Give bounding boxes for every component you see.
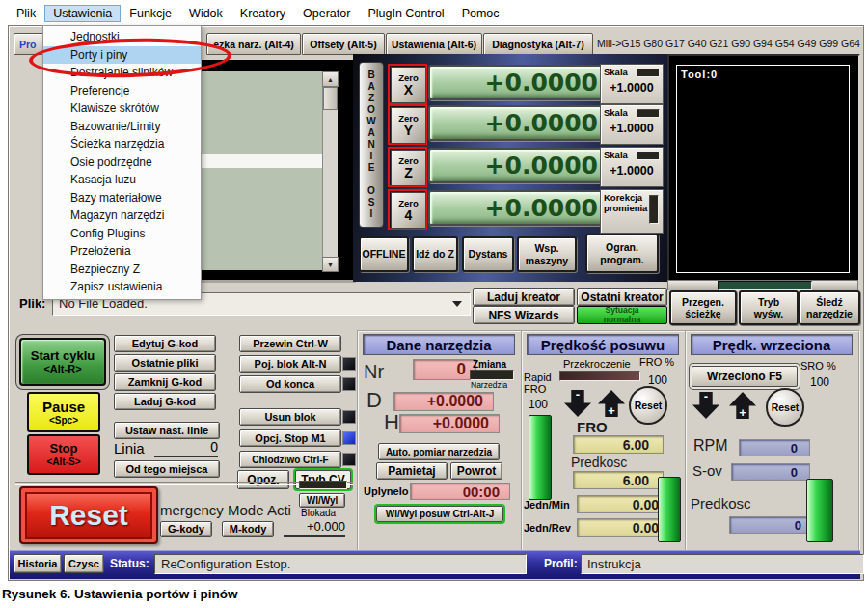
- auto-tool-measure-button[interactable]: Auto. pomiar narzedzia: [378, 443, 500, 460]
- scrollbar-thumb[interactable]: [323, 87, 338, 110]
- menu-item-bazowanie-limity[interactable]: Bazowanie/Limity: [43, 118, 201, 136]
- elapsed-field: 00:00: [410, 483, 510, 500]
- remember-position-button[interactable]: Pamietaj: [376, 462, 448, 480]
- feed-decrease-icon[interactable]: -: [564, 390, 591, 417]
- spindle-increase-icon[interactable]: +: [729, 392, 756, 419]
- zero-z-button[interactable]: ZeroZ: [388, 147, 427, 187]
- last-wizard-button[interactable]: Ostatni kreator: [577, 288, 667, 306]
- scale-x[interactable]: Skala +1.0000: [600, 64, 664, 104]
- mcodes-list-button[interactable]: M-kody: [222, 521, 274, 537]
- rewind-button[interactable]: Przewin Ctrl-W: [239, 335, 341, 352]
- zero-4-button[interactable]: Zero4: [388, 189, 427, 230]
- tab-toolpath[interactable]: ezka narz. (Alt-4): [206, 33, 301, 55]
- menu-item-dostrajanie-silnikow[interactable]: Dostrajanie silników: [43, 64, 201, 82]
- tab-diagnostics[interactable]: Diagnostyka (Alt-7): [483, 33, 593, 55]
- optional-stop-button[interactable]: Opcj. Stop M1: [239, 429, 341, 447]
- menubar-item-pomoc[interactable]: Pomoc: [453, 5, 508, 22]
- sro-percent-label: SRO %: [800, 360, 836, 372]
- menubar-item-plik[interactable]: Plik: [8, 5, 44, 22]
- menu-item-kasacja-luzu[interactable]: Kasacja luzu: [43, 171, 201, 189]
- menu-item-magazyn-narzedzi[interactable]: Magazyn narzędzi: [43, 207, 201, 225]
- tab-offsets[interactable]: Offsety (Alt-5): [302, 33, 385, 55]
- dro-z[interactable]: +0.0000: [428, 148, 613, 183]
- menu-item-przelozenia[interactable]: Przełożenia: [43, 242, 201, 261]
- delete-block-button[interactable]: Usun blok: [239, 408, 341, 426]
- run-from-here-button[interactable]: Od tego miejsca: [114, 460, 220, 478]
- scale-z[interactable]: Skala +1.0000: [600, 147, 664, 187]
- reset-button[interactable]: Reset: [19, 486, 158, 544]
- menu-item-bezpieczny-z[interactable]: Bezpieczny Z: [43, 261, 201, 279]
- offline-button[interactable]: OFFLINE: [359, 236, 409, 272]
- dro-x[interactable]: +0.0000: [428, 65, 613, 100]
- regenerate-toolpath-button[interactable]: Przegen.ścieżkę: [669, 290, 737, 325]
- menu-item-preferencje[interactable]: Preferencje: [43, 82, 201, 100]
- menubar-item-kreatory[interactable]: Kreatory: [231, 5, 294, 22]
- fro-label: FRO: [577, 419, 608, 435]
- situation-normal-indicator[interactable]: Sytuacjanormalna: [577, 306, 667, 324]
- toolpath-display[interactable]: Tool:0: [667, 54, 860, 282]
- soft-limits-button[interactable]: Ogran.program.: [585, 234, 659, 273]
- feed-increase-icon[interactable]: +: [598, 390, 625, 417]
- menu-item-klawisze-skrotow[interactable]: Klawisze skrótów: [43, 99, 201, 118]
- ref-all-axes-button[interactable]: BAZOWANIE OSI: [359, 62, 384, 228]
- zero-y-button[interactable]: ZeroY: [388, 104, 427, 145]
- lockout-value-field[interactable]: +0.000: [284, 519, 345, 537]
- menu-item-bazy-materialowe[interactable]: Bazy materiałowe: [43, 189, 201, 207]
- machine-coords-button[interactable]: Wsp.maszyny: [517, 236, 577, 272]
- close-gcode-button[interactable]: Zamknij G-kod: [114, 373, 216, 391]
- profile-field: Instrukcja: [581, 554, 864, 574]
- scroll-up-icon[interactable]: [322, 71, 339, 87]
- menu-item-porty-i-piny[interactable]: Porty i piny: [43, 46, 201, 65]
- menubar-item-widok[interactable]: Widok: [180, 5, 231, 22]
- cycle-start-button[interactable]: Start cyklu <Alt-R>: [19, 338, 106, 386]
- recent-files-button[interactable]: Ostatnie pliki: [114, 354, 216, 372]
- fro-reset-button[interactable]: Reset: [629, 386, 667, 425]
- reverse-run-button[interactable]: Od konca: [239, 375, 341, 393]
- fro-field[interactable]: 6.00: [573, 435, 664, 454]
- gcodes-list-button[interactable]: G-kody: [160, 521, 212, 537]
- single-block-button[interactable]: Poj. blok Alt-N: [239, 355, 341, 373]
- menu-item-config-plugins[interactable]: Config Plugins: [43, 225, 201, 243]
- tool-number-field[interactable]: 0: [413, 359, 476, 380]
- zero-x-button[interactable]: ZeroX: [388, 64, 427, 104]
- return-position-button[interactable]: Powrot: [450, 462, 502, 480]
- goto-z-button[interactable]: Idź do Z: [412, 236, 458, 272]
- menubar-item-ustawienia[interactable]: Ustawienia: [44, 5, 121, 22]
- file-field-dropdown-icon[interactable]: [452, 301, 462, 307]
- menubar-item-funkcje[interactable]: Funkcje: [121, 5, 180, 22]
- line-number-field[interactable]: 0: [154, 439, 218, 457]
- tool-height-field[interactable]: +0.0000: [399, 414, 500, 433]
- menu-item-zapisz-ustawienia[interactable]: Zapisz ustawienia: [43, 278, 201, 296]
- history-button[interactable]: Historia: [14, 554, 62, 573]
- scroll-down-icon[interactable]: [322, 257, 339, 272]
- radius-correction-button[interactable]: Korekcja promienia: [600, 189, 664, 234]
- scale-y[interactable]: Skala +1.0000: [600, 104, 664, 145]
- dro-y[interactable]: +0.0000: [428, 105, 613, 141]
- menu-item-sciezka-narzedzia[interactable]: Ścieżka narzędzia: [43, 135, 201, 153]
- menubar-item-plugin-control[interactable]: PlugIn Control: [359, 5, 452, 22]
- menubar-item-operator[interactable]: Operator: [294, 5, 359, 22]
- spindle-decrease-icon[interactable]: -: [692, 392, 719, 419]
- set-next-line-button[interactable]: Ustaw nast. linie: [114, 422, 220, 439]
- lockout-toggle-button[interactable]: Wl/Wyl: [299, 493, 345, 508]
- follow-tool-button[interactable]: Śledźnarzędzie: [799, 290, 860, 325]
- feed-hold-button[interactable]: Pause <Spc>: [27, 392, 100, 432]
- distance-mode-button[interactable]: Dystans: [462, 236, 514, 272]
- load-wizard-button[interactable]: Laduj kreator: [473, 288, 575, 306]
- menu-item-osie-podrzedne[interactable]: Osie podrzędne: [43, 153, 201, 172]
- stop-button[interactable]: Stop <Alt-S>: [27, 434, 100, 475]
- edit-gcode-button[interactable]: Edytuj G-kod: [114, 335, 216, 352]
- nfs-wizards-button[interactable]: NFS Wizards: [473, 306, 575, 324]
- menu-item-jednostki[interactable]: Jednostki: [43, 28, 201, 46]
- sro-reset-button[interactable]: Reset: [766, 388, 804, 427]
- tool-diameter-field[interactable]: +0.0000: [393, 392, 494, 411]
- coolant-button[interactable]: Chlodziwo Ctrl-F: [239, 451, 341, 468]
- display-mode-button[interactable]: Trybwyśw.: [739, 290, 799, 325]
- spindle-toggle-button[interactable]: Wrzeciono F5: [692, 366, 798, 387]
- load-gcode-button[interactable]: Laduj G-kod: [114, 393, 216, 410]
- dwell-button[interactable]: Opoz.: [237, 470, 289, 489]
- jog-toggle-button[interactable]: Wl/Wyl posuw Ctrl-Alt-J: [376, 506, 503, 522]
- tab-settings[interactable]: Ustawienia (Alt-6): [386, 33, 482, 55]
- dro-4[interactable]: +0.0000: [428, 190, 613, 226]
- clear-status-button[interactable]: Czysc: [64, 554, 104, 573]
